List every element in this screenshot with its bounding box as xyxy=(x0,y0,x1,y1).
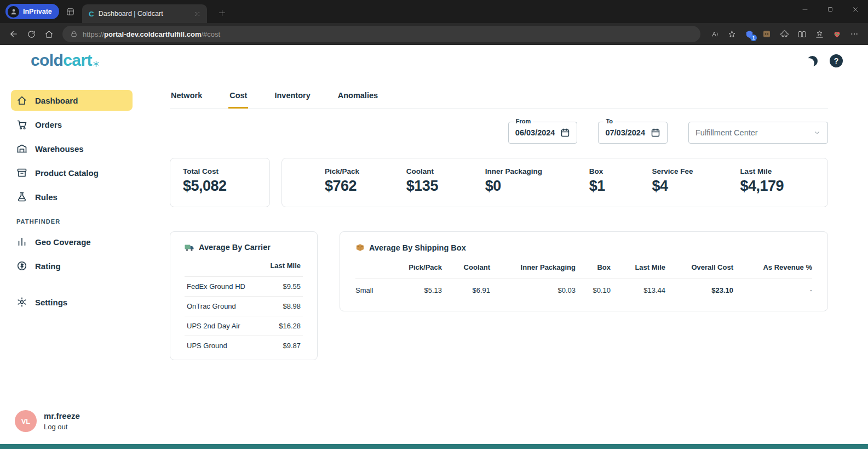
stat-label: Last Mile xyxy=(740,167,784,175)
home-icon xyxy=(16,95,27,106)
filters-row: From 06/03/2024 To 07/03/2024 Fulfillmen… xyxy=(170,122,828,144)
inprivate-label: InPrivate xyxy=(23,8,52,15)
date-to-field[interactable]: To 07/03/2024 xyxy=(598,122,668,144)
favorite-star-icon[interactable] xyxy=(723,26,740,42)
column-header: Box xyxy=(576,252,611,278)
sidebar-item-dashboard[interactable]: Dashboard xyxy=(11,90,133,111)
date-from-field[interactable]: From 06/03/2024 xyxy=(508,122,578,144)
carrier-value: $8.98 xyxy=(283,302,301,310)
shield-extension-icon[interactable]: 1 xyxy=(741,26,757,42)
total-cost-card: Total Cost $5,082 xyxy=(170,158,270,207)
carrier-column-header: Last Mile xyxy=(185,252,303,276)
cell: $5.13 xyxy=(387,278,442,302)
calendar-icon[interactable] xyxy=(651,128,660,138)
tab-cost[interactable]: Cost xyxy=(228,91,248,108)
fulfillment-center-select[interactable]: Fulfillment Center xyxy=(688,122,828,144)
new-tab-button[interactable] xyxy=(214,4,230,21)
stat-item: Coolant $135 xyxy=(406,167,438,207)
date-to-value: 07/03/2024 xyxy=(605,128,645,137)
pathfinder-section-label: PATHFINDER xyxy=(16,218,133,225)
stat-label: Total Cost xyxy=(183,167,269,175)
card-title: Average By Shipping Box xyxy=(369,243,466,252)
stat-label: Service Fee xyxy=(652,167,693,175)
dark-mode-toggle-icon[interactable] xyxy=(807,56,818,66)
calendar-icon[interactable] xyxy=(560,128,570,138)
close-button[interactable] xyxy=(843,0,868,19)
bottom-accent-strip xyxy=(0,444,868,449)
cell-as-revenue: - xyxy=(733,278,812,302)
tab-network[interactable]: Network xyxy=(170,91,203,108)
split-screen-icon[interactable] xyxy=(794,26,810,42)
table-row: UPS 2nd Day Air $16.28 xyxy=(185,316,303,336)
row-name: Small xyxy=(355,278,387,302)
help-icon[interactable]: ? xyxy=(830,54,843,67)
home-button[interactable] xyxy=(41,26,57,42)
inprivate-badge[interactable]: InPrivate xyxy=(5,4,59,19)
browser-titlebar: InPrivate C Dashboard | Coldcart xyxy=(0,0,868,23)
carrier-name: UPS 2nd Day Air xyxy=(187,322,240,330)
user-name: mr.freeze xyxy=(44,411,80,420)
puzzle-extensions-icon[interactable] xyxy=(776,26,792,42)
browser-tab[interactable]: C Dashboard | Coldcart xyxy=(82,4,207,23)
window-controls xyxy=(792,0,868,19)
date-from-label: From xyxy=(514,118,533,124)
minimize-button[interactable] xyxy=(792,0,818,19)
read-aloud-icon[interactable] xyxy=(706,26,722,42)
browser-toolbar: https://portal-dev.coldcartfulfill.com/#… xyxy=(0,23,868,45)
tab-inventory[interactable]: Inventory xyxy=(273,91,311,108)
browser-window: InPrivate C Dashboard | Coldcart xyxy=(0,0,868,449)
profile-icon xyxy=(8,6,19,18)
carrier-value: $9.87 xyxy=(283,342,301,350)
sidebar-item-rating[interactable]: Rating xyxy=(11,255,133,276)
page-header: coldcart ? xyxy=(0,45,868,77)
lock-icon xyxy=(70,30,78,38)
tab-anomalies[interactable]: Anomalies xyxy=(337,91,379,108)
sidebar-item-label: Settings xyxy=(35,298,67,307)
card-title: Average By Carrier xyxy=(199,243,271,252)
refresh-button[interactable] xyxy=(23,26,39,42)
tab-close-icon[interactable] xyxy=(192,8,203,19)
stat-label: Box xyxy=(589,167,605,175)
maximize-button[interactable] xyxy=(818,0,843,19)
carrier-value: $9.55 xyxy=(283,282,301,291)
sidebar-item-warehouses[interactable]: Warehouses xyxy=(11,138,133,159)
brown-extension-icon[interactable] xyxy=(758,26,775,42)
stat-value: $1 xyxy=(589,178,605,195)
sidebar-item-label: Warehouses xyxy=(35,144,84,154)
back-button[interactable] xyxy=(5,26,22,42)
sidebar-item-settings[interactable]: Settings xyxy=(11,292,133,312)
stat-value: $4,179 xyxy=(740,178,784,195)
sidebar-item-product-catalog[interactable]: Product Catalog xyxy=(11,162,133,183)
cell-overall-cost: $23.10 xyxy=(665,278,733,302)
sidebar-item-label: Rating xyxy=(35,262,61,271)
logout-link[interactable]: Log out xyxy=(44,423,80,431)
column-header: Overall Cost xyxy=(665,252,733,278)
gear-icon xyxy=(16,297,27,308)
coldcart-logo[interactable]: coldcart xyxy=(31,51,99,71)
sidebar-item-rules[interactable]: Rules xyxy=(11,186,133,207)
stat-value: $4 xyxy=(652,178,693,195)
average-by-carrier-card: Average By Carrier Last Mile FedEx Groun… xyxy=(170,231,318,360)
workspaces-icon[interactable] xyxy=(62,3,79,20)
table-row: OnTrac Ground $8.98 xyxy=(185,296,303,316)
stat-item: Inner Packaging $0 xyxy=(485,167,542,207)
stat-value: $5,082 xyxy=(183,178,269,195)
table-row: FedEx Ground HD $9.55 xyxy=(185,276,303,296)
settings-ellipsis-icon[interactable] xyxy=(846,26,863,42)
archive-box-icon xyxy=(16,167,27,178)
browser-essentials-icon[interactable] xyxy=(829,26,845,42)
sidebar-item-orders[interactable]: Orders xyxy=(11,114,133,135)
cell: $0.10 xyxy=(576,278,611,302)
stat-value: $0 xyxy=(485,178,542,195)
sidebar-item-geo-coverage[interactable]: Geo Coverage xyxy=(11,231,133,252)
cell: $13.44 xyxy=(611,278,665,302)
column-header: As Revenue % xyxy=(733,252,812,278)
sidebar-item-label: Rules xyxy=(35,192,58,202)
sidebar-item-label: Dashboard xyxy=(35,96,78,105)
favorites-bar-icon[interactable] xyxy=(811,26,827,42)
address-bar[interactable]: https://portal-dev.coldcartfulfill.com/#… xyxy=(62,26,700,42)
shopping-cart-icon xyxy=(16,119,27,130)
column-header xyxy=(355,252,387,278)
content-tabs: Network Cost Inventory Anomalies xyxy=(170,91,828,109)
sidebar-item-label: Orders xyxy=(35,120,62,129)
